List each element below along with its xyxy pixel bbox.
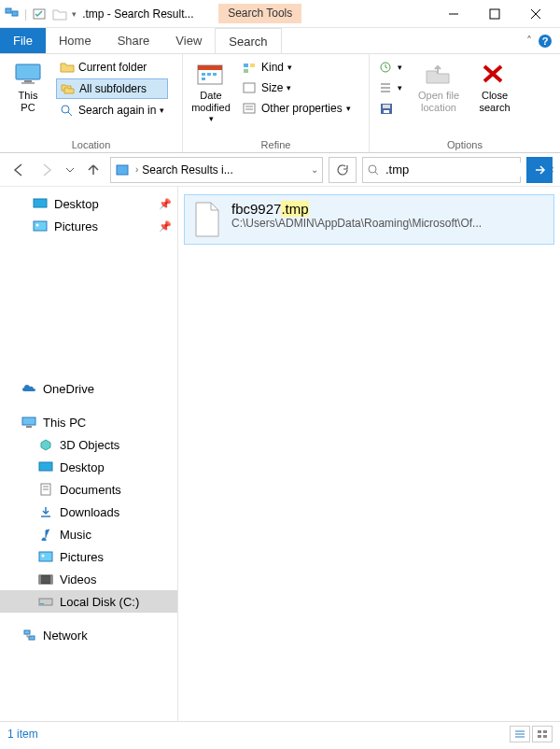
navpane-local-disk-c[interactable]: Local Disk (C:): [0, 590, 177, 613]
properties-icon[interactable]: [31, 6, 48, 22]
navpane-music[interactable]: Music: [0, 523, 177, 545]
folders-icon: [61, 81, 76, 96]
recent-locations-button[interactable]: [63, 159, 77, 181]
search-input[interactable]: [385, 163, 542, 177]
forward-button[interactable]: [35, 159, 58, 181]
address-dropdown-icon[interactable]: ⌄: [311, 164, 318, 175]
svg-text:?: ?: [542, 35, 549, 47]
svg-rect-18: [213, 73, 217, 76]
monitor-icon: [21, 415, 37, 430]
refresh-button[interactable]: [329, 157, 357, 183]
navigation-pane[interactable]: Desktop 📌 Pictures 📌 OneDrive This PC 3D…: [0, 187, 177, 721]
up-button[interactable]: [82, 159, 105, 181]
navpane-desktop-quick[interactable]: Desktop 📌: [0, 192, 177, 215]
navpane-pictures[interactable]: Pictures: [0, 545, 177, 568]
close-x-icon: [480, 62, 510, 88]
search-go-button[interactable]: [526, 157, 553, 183]
music-icon: [37, 527, 54, 542]
svg-rect-4: [490, 9, 499, 19]
navpane-onedrive[interactable]: OneDrive: [0, 377, 177, 400]
navpane-network[interactable]: Network: [0, 624, 177, 646]
advanced-options-button[interactable]: ▾: [375, 78, 406, 97]
other-properties-button[interactable]: Other properties ▾: [239, 99, 355, 118]
current-folder-button[interactable]: Current folder: [56, 58, 168, 77]
svg-rect-23: [244, 83, 255, 92]
titlebar: | ▾ .tmp - Search Result... Search Tools: [0, 0, 560, 28]
open-file-location-button[interactable]: Open file location: [412, 58, 466, 114]
qat-dropdown-icon[interactable]: ▾: [72, 9, 77, 19]
save-icon: [379, 101, 394, 116]
navpane-pictures-quick[interactable]: Pictures 📌: [0, 215, 177, 237]
svg-rect-22: [244, 69, 248, 73]
address-bar[interactable]: › Search Results i... ⌄: [110, 157, 323, 183]
close-button[interactable]: [515, 1, 556, 27]
breadcrumb-chevron[interactable]: ›: [135, 164, 138, 175]
svg-rect-55: [24, 630, 30, 634]
results-pane[interactable]: fbc9927.tmp C:\Users\ADMIN\AppData\Roami…: [177, 187, 560, 721]
result-item[interactable]: fbc9927.tmp C:\Users\ADMIN\AppData\Roami…: [184, 194, 554, 245]
navpane-this-pc[interactable]: This PC: [0, 411, 177, 433]
svg-line-38: [375, 172, 378, 175]
details-view-toggle[interactable]: [510, 726, 530, 742]
search-again-in-button[interactable]: Search again in ▾: [56, 101, 168, 120]
navpane-videos[interactable]: Videos: [0, 568, 177, 590]
navigation-bar: › Search Results i... ⌄ ×: [0, 153, 560, 187]
new-folder-icon[interactable]: [51, 6, 68, 22]
svg-rect-51: [39, 575, 41, 584]
tab-home[interactable]: Home: [46, 28, 105, 53]
desktop-icon: [32, 196, 49, 211]
date-modified-label: Date modified: [191, 90, 231, 114]
navpane-downloads[interactable]: Downloads: [0, 501, 177, 523]
svg-rect-61: [543, 730, 547, 733]
svg-rect-44: [39, 462, 52, 471]
svg-rect-24: [244, 104, 255, 113]
navpane-3d-objects[interactable]: 3D Objects: [0, 433, 177, 456]
back-button[interactable]: [7, 159, 30, 181]
minimize-button[interactable]: [433, 1, 474, 27]
group-label-options: Options: [375, 139, 554, 150]
svg-rect-1: [12, 11, 18, 16]
svg-point-49: [42, 555, 45, 558]
monitor-icon: [13, 62, 43, 88]
svg-rect-10: [24, 80, 32, 82]
maximize-button[interactable]: [474, 1, 515, 27]
disk-icon: [37, 594, 54, 609]
ribbon: This PC Current folder All subfolders Se…: [0, 54, 560, 153]
navpane-documents[interactable]: Documents: [0, 478, 177, 501]
window-title: .tmp - Search Result...: [82, 7, 213, 21]
thumbnails-view-toggle[interactable]: [532, 726, 553, 742]
documents-icon: [37, 482, 54, 497]
result-path: C:\Users\ADMIN\AppData\Roaming\Microsoft…: [231, 217, 546, 230]
svg-rect-40: [34, 221, 47, 231]
tab-share[interactable]: Share: [105, 28, 163, 53]
size-button[interactable]: Size ▾: [239, 78, 355, 97]
pin-icon[interactable]: 📌: [159, 220, 172, 233]
kind-button[interactable]: Kind ▾: [239, 58, 355, 77]
tab-view[interactable]: View: [162, 28, 215, 53]
recent-searches-button[interactable]: ▾: [375, 58, 406, 77]
properties-icon: [243, 101, 258, 116]
desktop-icon: [37, 459, 54, 474]
all-subfolders-button[interactable]: All subfolders: [56, 78, 168, 99]
close-search-button[interactable]: Close search: [471, 58, 518, 114]
tab-search[interactable]: Search: [215, 28, 281, 53]
pictures-icon: [37, 549, 54, 564]
save-search-button[interactable]: [375, 99, 406, 118]
this-pc-button[interactable]: This PC: [6, 58, 50, 114]
help-icon[interactable]: ?: [538, 34, 553, 49]
status-bar: 1 item: [0, 721, 560, 745]
svg-rect-39: [34, 199, 47, 207]
svg-point-41: [36, 224, 39, 227]
tab-file[interactable]: File: [0, 28, 46, 53]
navpane-desktop[interactable]: Desktop: [0, 456, 177, 478]
search-box[interactable]: ×: [362, 157, 521, 183]
calendar-icon: [196, 62, 226, 88]
chevron-down-icon: ▾: [398, 83, 402, 92]
pin-icon[interactable]: 📌: [159, 198, 172, 210]
date-modified-button[interactable]: Date modified ▾: [189, 58, 233, 124]
svg-rect-21: [250, 64, 255, 67]
contextual-tab-search-tools[interactable]: Search Tools: [218, 4, 301, 23]
file-icon: [192, 201, 222, 238]
ribbon-group-location: This PC Current folder All subfolders Se…: [0, 54, 183, 152]
collapse-ribbon-icon[interactable]: ˄: [526, 35, 532, 48]
